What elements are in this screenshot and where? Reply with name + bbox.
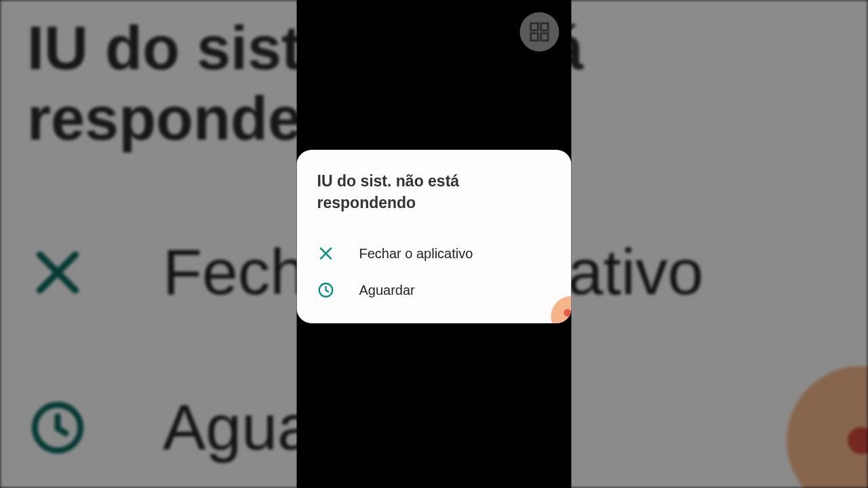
- wait-label: Aguardar: [359, 283, 415, 298]
- wait-option[interactable]: Aguardar: [317, 272, 551, 308]
- close-app-option[interactable]: Fechar o aplicativo: [317, 235, 551, 272]
- svg-rect-1: [531, 23, 538, 30]
- apps-grid-icon: [528, 20, 551, 43]
- svg-rect-4: [541, 33, 549, 41]
- clock-icon: [317, 281, 335, 299]
- close-app-label: Fechar o aplicativo: [359, 246, 473, 262]
- close-icon: [317, 245, 335, 262]
- svg-rect-2: [541, 23, 549, 30]
- close-icon: [27, 242, 88, 303]
- anr-dialog: IU do sist. não está respondendo Fechar …: [297, 150, 572, 323]
- apps-grid-button[interactable]: [520, 12, 559, 52]
- screen-recorder-icon[interactable]: [551, 296, 572, 323]
- clock-icon: [27, 397, 88, 458]
- svg-rect-3: [531, 33, 538, 41]
- dialog-title: IU do sist. não está respondendo: [317, 170, 551, 214]
- phone-screen: IU do sist. não está respondendo Fechar …: [297, 0, 572, 488]
